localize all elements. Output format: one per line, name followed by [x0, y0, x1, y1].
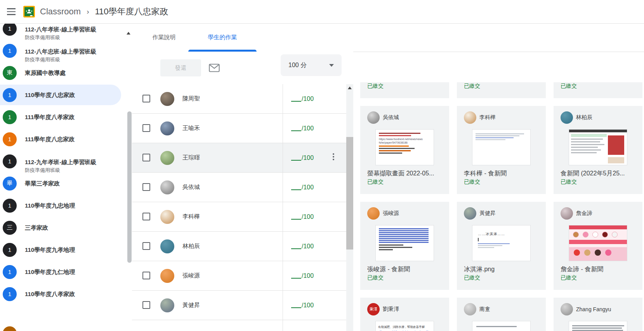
row-checkbox[interactable]	[142, 95, 150, 102]
submission-thumbnail[interactable]	[472, 321, 531, 331]
scrollbar-thumb[interactable]	[346, 137, 353, 250]
row-checkbox[interactable]	[142, 301, 150, 309]
breadcrumb-course-title[interactable]: 110學年度八忠家政	[95, 6, 168, 17]
student-name: 林柏辰	[182, 232, 200, 261]
class-title: 110學年度九忠地理	[25, 202, 75, 210]
sidebar-class-item[interactable]: 1 112-八年忠班-線上學習班級 防疫準備用班級	[0, 40, 132, 62]
student-avatar	[160, 121, 174, 135]
sidebar-class-item[interactable]: 1 110學年度八孝家政	[0, 283, 132, 305]
submission-card[interactable]: 李科樺 李科樺 - 食新聞 已繳交	[457, 106, 546, 194]
tab-student-work[interactable]: 學生的作業	[188, 23, 257, 52]
submission-title[interactable]: 詹金諦 - 食新聞	[561, 265, 639, 274]
student-score[interactable]: /100	[291, 232, 314, 261]
submission-thumbnail[interactable]	[375, 225, 434, 261]
submissions-grid: 已繳交 已繳交 已繳交 吳依城 https://www.foodnext.net…	[353, 82, 644, 331]
row-overflow-menu-icon[interactable]	[333, 153, 334, 160]
student-row[interactable]: 黃健昇 /100	[132, 291, 346, 320]
submission-avatar	[464, 207, 476, 220]
sidebar-class-item[interactable]: 畢 畢業三孝家政	[0, 172, 132, 194]
sidebar-class-item[interactable]	[0, 322, 132, 331]
student-score[interactable]: /100	[291, 143, 314, 172]
sidebar-class-item[interactable]: 1 110學年度八忠家政	[0, 84, 132, 106]
submission-thumbnail[interactable]	[569, 129, 627, 165]
student-avatar	[160, 298, 174, 312]
student-score[interactable]: /100	[291, 173, 314, 202]
row-checkbox[interactable]	[142, 124, 150, 132]
row-checkbox[interactable]	[142, 154, 150, 161]
submission-student-name: 黃健昇	[479, 207, 496, 220]
points-dropdown[interactable]: 100 分	[281, 54, 342, 76]
submission-title[interactable]: 李科樺 - 食新聞	[464, 170, 542, 178]
toolbar: 發還 100 分	[132, 52, 353, 85]
sidebar-class-item[interactable]: 1 112-九年孝班-線上學習班級 防疫準備用班級	[0, 150, 132, 172]
submission-status-badge: 已繳交	[561, 274, 577, 281]
submission-card[interactable]: 已繳交	[360, 82, 449, 98]
sidebar-scroll-up-icon[interactable]	[127, 32, 130, 35]
sidebar-class-item[interactable]: 1 111學年度八忠家政	[0, 128, 132, 150]
student-score[interactable]: /100	[291, 202, 314, 231]
submission-student-name: 詹金諦	[576, 207, 592, 220]
table-column-divider	[283, 84, 283, 331]
class-avatar: 1	[3, 88, 17, 102]
submission-card[interactable]: 秉澤 劉秉澤 有助減肥、消除水腫，幫助改善手腳olitan.com.hk/bea…	[360, 298, 449, 331]
class-avatar: 1	[3, 243, 17, 257]
row-checkbox[interactable]	[142, 213, 150, 220]
sidebar-class-item[interactable]: 1 110學年度九仁地理	[0, 261, 132, 283]
submission-student-name: 李科樺	[479, 111, 496, 124]
submission-title[interactable]: 張峻源 - 食新聞	[367, 265, 445, 274]
row-checkbox[interactable]	[142, 183, 150, 191]
submission-title[interactable]: 食新聞 (2022年5月25...	[561, 170, 639, 178]
class-title: 111學年度八忠家政	[25, 135, 75, 143]
class-title: 110學年度九孝地理	[25, 246, 75, 254]
student-score[interactable]: /100	[291, 261, 314, 290]
submission-thumbnail[interactable]: https://www.foodnext.net/news/newsfshe/p…	[375, 129, 434, 165]
student-row[interactable]: 陳周聖 /100	[132, 84, 346, 114]
submission-thumbnail[interactable]	[569, 321, 627, 331]
list-scrollbar[interactable]	[346, 84, 353, 331]
student-row[interactable]: 李科樺 /100	[132, 202, 346, 232]
student-avatar	[160, 269, 174, 283]
class-title: 東原國中教導處	[25, 69, 66, 77]
scroll-up-icon[interactable]	[348, 87, 352, 89]
submission-thumbnail[interactable]	[569, 225, 627, 261]
submission-card[interactable]: 張峻源 張峻源 - 食新聞 已繳交	[360, 202, 449, 290]
submission-card[interactable]: 已繳交	[554, 82, 642, 98]
row-checkbox[interactable]	[142, 272, 150, 279]
submission-title[interactable]: 螢幕擷取畫面 2022-05...	[367, 170, 445, 178]
submission-title[interactable]: 冰淇淋.png	[464, 265, 542, 274]
sidebar-class-item[interactable]: 1 110學年度九忠地理	[0, 194, 132, 217]
student-row[interactable]: 林柏辰 /100	[132, 232, 346, 261]
sidebar-class-item[interactable]: 三 三孝家政	[0, 217, 132, 239]
hamburger-menu-icon[interactable]	[5, 5, 19, 19]
sidebar-class-item[interactable]: 1 112-八年孝班-線上學習班級 防疫準備用班級	[0, 23, 132, 40]
submission-card[interactable]: 黃健昇 ……冰淇淋…… 冰淇淋.png 已繳交	[457, 202, 546, 290]
submission-thumbnail[interactable]: 有助減肥、消除水腫，幫助改善手腳olitan.com.hk/beauty/gin…	[375, 321, 434, 331]
student-score[interactable]: /100	[291, 114, 314, 143]
submission-student-name: 張峻源	[383, 207, 399, 220]
sidebar-scrollbar[interactable]	[127, 111, 132, 263]
student-score[interactable]: /100	[291, 291, 314, 320]
row-checkbox[interactable]	[142, 242, 150, 250]
tab-instructions[interactable]: 作業說明	[144, 23, 184, 52]
student-row[interactable]: 王琮暉 /100	[132, 143, 346, 173]
submission-thumbnail[interactable]	[472, 129, 531, 165]
sidebar-class-item[interactable]: 1 111學年度八孝家政	[0, 106, 132, 128]
student-row[interactable]: 張峻源 /100	[132, 261, 346, 291]
submission-card[interactable]: 吳依城 https://www.foodnext.net/news/newsfs…	[360, 106, 449, 194]
student-score[interactable]: /100	[291, 84, 314, 113]
student-avatar	[160, 151, 174, 165]
submission-card[interactable]: 林柏辰 食新聞 (2022年5月25... 已繳交	[554, 106, 642, 194]
submission-avatar	[367, 207, 380, 220]
return-button[interactable]: 發還	[160, 59, 201, 76]
student-row[interactable]: 王喻禾 /100	[132, 114, 346, 143]
submission-card[interactable]: 詹金諦 詹金諦 - 食新聞 已繳交	[554, 202, 642, 290]
email-icon[interactable]	[209, 64, 220, 73]
student-row[interactable]: 吳依城 /100	[132, 173, 346, 202]
submission-thumbnail[interactable]: ……冰淇淋……	[472, 225, 531, 261]
submission-card[interactable]: Zhang Fangyu	[554, 298, 642, 331]
submission-card[interactable]: 萳盫	[457, 298, 546, 331]
sidebar-class-item[interactable]: 1 110學年度九孝地理	[0, 239, 132, 261]
sidebar-class-item[interactable]: 東 東原國中教導處	[0, 62, 132, 84]
submission-card[interactable]: 已繳交	[457, 82, 546, 98]
breadcrumb-app-name[interactable]: Classroom	[40, 7, 81, 17]
